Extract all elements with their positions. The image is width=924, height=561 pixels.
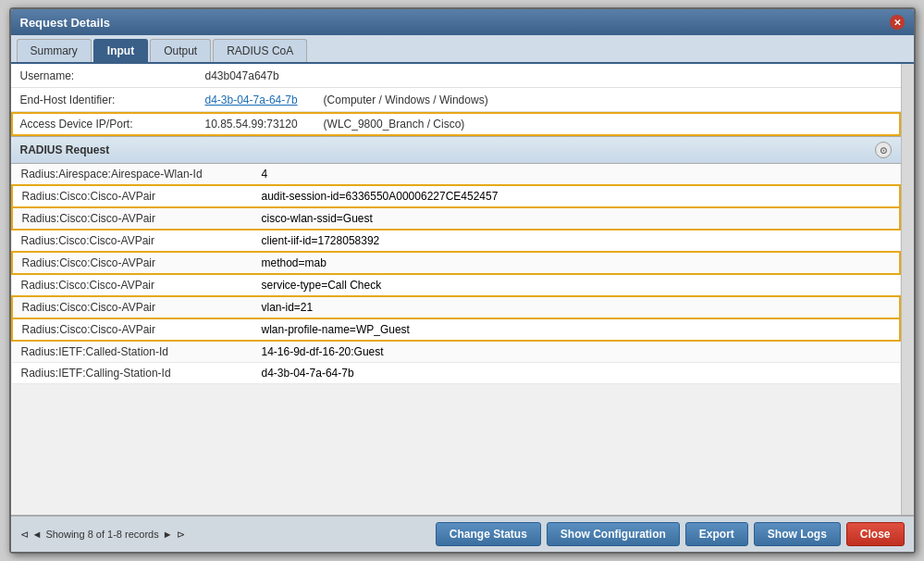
radius-value-4: method=mab — [253, 252, 900, 274]
radius-row-2: Radius:Cisco:Cisco-AVPair cisco-wlan-ssi… — [12, 207, 900, 230]
radius-row-7: Radius:Cisco:Cisco-AVPair wlan-profile-n… — [12, 318, 900, 341]
radius-attr-8: Radius:IETF:Called-Station-Id — [12, 341, 253, 363]
next-page-button[interactable]: ► — [163, 529, 173, 540]
export-button[interactable]: Export — [685, 522, 748, 546]
show-configuration-button[interactable]: Show Configuration — [547, 522, 680, 546]
username-row: Username: d43b047a647b — [11, 64, 901, 88]
footer-buttons: Change Status Show Configuration Export … — [436, 522, 905, 546]
footer: ⊲ ◄ Showing 8 of 1-8 records ► ⊳ Change … — [11, 515, 914, 552]
show-logs-button[interactable]: Show Logs — [754, 522, 841, 546]
radius-value-6: vlan-id=21 — [253, 296, 900, 318]
radius-row-3: Radius:Cisco:Cisco-AVPair client-iif-id=… — [12, 230, 900, 252]
radius-value-9: d4-3b-04-7a-64-7b — [253, 363, 900, 384]
last-page-button[interactable]: ⊳ — [177, 529, 185, 541]
tabs-bar: Summary Input Output RADIUS CoA — [11, 35, 914, 64]
radius-value-5: service-type=Call Check — [253, 274, 900, 296]
request-details-dialog: Request Details ✕ Summary Input Output R… — [9, 7, 916, 554]
radius-attr-1: Radius:Cisco:Cisco-AVPair — [12, 185, 253, 207]
endhost-label: End-Host Identifier: — [11, 90, 196, 110]
main-scroll[interactable]: Username: d43b047a647b End-Host Identifi… — [11, 64, 901, 515]
access-device-row: Access Device IP/Port: 10.85.54.99:73120… — [11, 112, 901, 136]
radius-row-0: Radius:Airespace:Airespace-Wlan-Id 4 — [12, 164, 900, 185]
change-status-button[interactable]: Change Status — [436, 522, 541, 546]
prev-page-button[interactable]: ◄ — [32, 529, 43, 540]
endhost-extra: (Computer / Windows / Windows) — [314, 90, 498, 110]
radius-attr-6: Radius:Cisco:Cisco-AVPair — [12, 296, 253, 318]
radius-row-8: Radius:IETF:Called-Station-Id 14-16-9d-d… — [12, 341, 900, 363]
radius-attr-2: Radius:Cisco:Cisco-AVPair — [12, 207, 253, 230]
radius-attr-4: Radius:Cisco:Cisco-AVPair — [12, 252, 253, 274]
content-area: Username: d43b047a647b End-Host Identifi… — [11, 64, 914, 515]
radius-section-expand-icon[interactable]: ⊙ — [875, 142, 892, 158]
radius-value-8: 14-16-9d-df-16-20:Guest — [253, 341, 900, 363]
radius-attr-0: Radius:Airespace:Airespace-Wlan-Id — [12, 164, 253, 185]
radius-row-6: Radius:Cisco:Cisco-AVPair vlan-id=21 — [12, 296, 900, 318]
first-page-button[interactable]: ⊲ — [20, 529, 29, 541]
endhost-value[interactable]: d4-3b-04-7a-64-7b — [196, 90, 307, 110]
radius-section-header: RADIUS Request ⊙ — [11, 136, 901, 164]
radius-value-1: audit-session-id=6336550A00006227CE45245… — [253, 185, 900, 207]
radius-attr-3: Radius:Cisco:Cisco-AVPair — [12, 230, 253, 252]
close-button[interactable]: Close — [846, 522, 905, 546]
username-value: d43b047a647b — [196, 66, 289, 86]
radius-value-0: 4 — [253, 164, 900, 185]
tab-output[interactable]: Output — [150, 39, 211, 62]
scrollbar[interactable] — [901, 64, 914, 515]
radius-attr-7: Radius:Cisco:Cisco-AVPair — [12, 318, 253, 341]
radius-section-title: RADIUS Request — [20, 143, 110, 156]
access-device-extra: (WLC_9800_Branch / Cisco) — [314, 114, 474, 134]
pagination-text: Showing 8 of 1-8 records — [45, 529, 158, 540]
info-section: Username: d43b047a647b End-Host Identifi… — [11, 64, 901, 136]
radius-row-4: Radius:Cisco:Cisco-AVPair method=mab — [12, 252, 900, 274]
tab-summary[interactable]: Summary — [17, 39, 92, 62]
tab-radius-coa[interactable]: RADIUS CoA — [213, 39, 307, 62]
endhost-row: End-Host Identifier: d4-3b-04-7a-64-7b (… — [11, 88, 901, 112]
username-label: Username: — [11, 66, 196, 86]
radius-value-2: cisco-wlan-ssid=Guest — [253, 207, 900, 230]
dialog-title: Request Details — [20, 16, 111, 30]
access-device-label: Access Device IP/Port: — [11, 114, 196, 134]
radius-row-9: Radius:IETF:Calling-Station-Id d4-3b-04-… — [12, 363, 900, 384]
radius-attr-5: Radius:Cisco:Cisco-AVPair — [12, 274, 253, 296]
title-close-button[interactable]: ✕ — [890, 15, 905, 30]
tab-input[interactable]: Input — [93, 39, 148, 62]
pagination-controls: ⊲ ◄ Showing 8 of 1-8 records ► ⊳ — [20, 529, 185, 541]
radius-value-7: wlan-profile-name=WP_Guest — [253, 318, 900, 341]
radius-table: Radius:Airespace:Airespace-Wlan-Id 4 Rad… — [11, 164, 901, 384]
radius-row-5: Radius:Cisco:Cisco-AVPair service-type=C… — [12, 274, 900, 296]
access-device-value: 10.85.54.99:73120 — [196, 114, 307, 134]
title-bar: Request Details ✕ — [11, 9, 914, 35]
radius-attr-9: Radius:IETF:Calling-Station-Id — [12, 363, 253, 384]
radius-row-1: Radius:Cisco:Cisco-AVPair audit-session-… — [12, 185, 900, 207]
radius-value-3: client-iif-id=1728058392 — [253, 230, 900, 252]
